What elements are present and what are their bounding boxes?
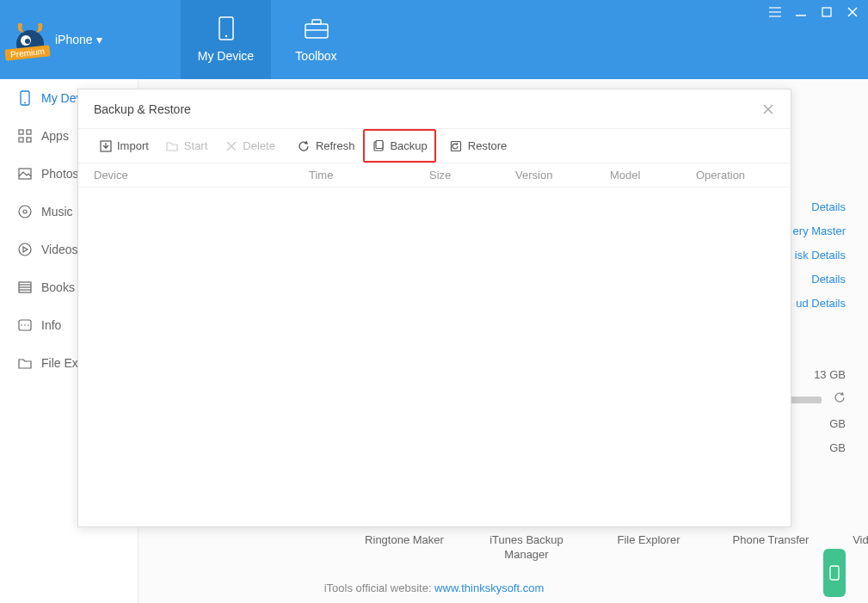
detail-links: Details ery Master isk Details Details u… bbox=[793, 195, 846, 316]
svg-rect-19 bbox=[19, 138, 23, 142]
tool-ringtone-maker[interactable]: Ringtone Maker bbox=[361, 532, 447, 562]
dialog-toolbar: Import Start Delete Refresh Backup Resto… bbox=[78, 129, 791, 163]
footer-text: iTools official website: bbox=[324, 581, 434, 594]
col-model: Model bbox=[610, 169, 696, 182]
svg-point-2 bbox=[25, 39, 30, 44]
footer: iTools official website: www.thinkskysof… bbox=[0, 581, 868, 594]
svg-rect-20 bbox=[27, 138, 31, 142]
backup-button[interactable]: Backup bbox=[363, 129, 435, 163]
tool-itunes-backup-manager[interactable]: iTunes Backup Manager bbox=[483, 532, 569, 562]
svg-rect-12 bbox=[822, 8, 831, 16]
svg-point-31 bbox=[21, 324, 22, 326]
books-icon bbox=[17, 280, 33, 295]
svg-point-4 bbox=[225, 35, 226, 37]
info-icon bbox=[17, 317, 33, 333]
folder-icon bbox=[166, 139, 179, 152]
refresh-label: Refresh bbox=[316, 139, 355, 152]
table-header-row: Device Time Size Version Model Operation bbox=[78, 163, 791, 188]
svg-point-22 bbox=[19, 206, 31, 218]
delete-icon bbox=[225, 139, 237, 152]
device-icon bbox=[17, 90, 33, 106]
dialog-close-icon[interactable] bbox=[761, 102, 775, 116]
refresh-icon bbox=[298, 139, 311, 152]
sidebar-item-label: Videos bbox=[41, 243, 78, 256]
svg-point-24 bbox=[19, 243, 31, 255]
window-controls bbox=[768, 5, 859, 19]
sidebar-item-label: Books bbox=[41, 280, 75, 294]
link-icloud-details[interactable]: ud Details bbox=[793, 292, 846, 316]
backup-restore-dialog: Backup & Restore Import Start Delete Ref… bbox=[77, 89, 791, 527]
footer-link[interactable]: www.thinkskysoft.com bbox=[434, 581, 544, 594]
hamburger-menu-icon[interactable] bbox=[768, 5, 782, 19]
nav-my-device[interactable]: My Device bbox=[181, 0, 271, 79]
link-details[interactable]: Details bbox=[793, 195, 846, 219]
import-label: Import bbox=[117, 139, 149, 152]
app-header: Premium iPhone ▾ My Device Toolbox bbox=[0, 0, 868, 79]
refresh-storage-icon[interactable] bbox=[834, 388, 846, 412]
sidebar-item-label: Apps bbox=[41, 129, 69, 143]
col-operation: Operation bbox=[696, 169, 775, 182]
sidebar-item-label: Info bbox=[41, 318, 61, 332]
tool-phone-transfer[interactable]: Phone Transfer bbox=[728, 532, 814, 562]
nav-label: Toolbox bbox=[295, 49, 336, 63]
music-icon bbox=[17, 204, 33, 219]
tool-video-converter[interactable]: Video Converter bbox=[850, 532, 868, 562]
backup-label: Backup bbox=[390, 139, 427, 152]
svg-rect-18 bbox=[27, 130, 31, 134]
link-disk-details[interactable]: isk Details bbox=[793, 243, 846, 268]
svg-point-33 bbox=[28, 324, 29, 326]
svg-rect-5 bbox=[305, 24, 328, 38]
svg-rect-6 bbox=[312, 20, 321, 24]
device-selector-label: iPhone bbox=[55, 33, 93, 46]
svg-point-16 bbox=[24, 102, 26, 104]
start-label: Start bbox=[184, 139, 207, 152]
device-selector[interactable]: iPhone ▾ bbox=[55, 33, 102, 46]
photos-icon bbox=[17, 166, 33, 182]
sidebar-item-label: Music bbox=[41, 205, 73, 218]
apps-icon bbox=[17, 128, 33, 144]
backup-icon bbox=[372, 139, 385, 152]
close-icon[interactable] bbox=[846, 5, 859, 19]
restore-button[interactable]: Restore bbox=[441, 134, 516, 157]
restore-label: Restore bbox=[468, 139, 508, 152]
import-button[interactable]: Import bbox=[90, 134, 157, 157]
dialog-titlebar: Backup & Restore bbox=[78, 89, 791, 129]
videos-icon bbox=[17, 242, 33, 257]
delete-button: Delete bbox=[216, 134, 284, 157]
toolbox-icon bbox=[301, 16, 332, 40]
nav-label: My Device bbox=[198, 49, 254, 63]
minimize-icon[interactable] bbox=[794, 5, 808, 19]
col-time: Time bbox=[309, 169, 429, 182]
svg-rect-34 bbox=[830, 566, 839, 580]
col-device: Device bbox=[94, 169, 309, 182]
link-battery-master[interactable]: ery Master bbox=[793, 219, 846, 243]
chevron-down-icon: ▾ bbox=[96, 33, 102, 46]
tablet-icon bbox=[211, 16, 242, 40]
col-size: Size bbox=[429, 169, 515, 182]
phone-icon bbox=[828, 565, 840, 581]
col-version: Version bbox=[515, 169, 610, 182]
toolbox-row: Ringtone Maker iTunes Backup Manager Fil… bbox=[361, 532, 868, 562]
dialog-title: Backup & Restore bbox=[94, 102, 191, 116]
import-icon bbox=[99, 139, 112, 152]
refresh-button[interactable]: Refresh bbox=[289, 134, 364, 157]
folder-icon bbox=[17, 355, 33, 371]
svg-marker-25 bbox=[23, 247, 28, 252]
svg-point-23 bbox=[23, 210, 27, 213]
nav-toolbox[interactable]: Toolbox bbox=[271, 0, 361, 79]
sidebar-item-label: Photos bbox=[41, 167, 79, 181]
delete-label: Delete bbox=[243, 139, 275, 152]
svg-rect-41 bbox=[376, 140, 383, 148]
restore-icon bbox=[450, 139, 463, 152]
maximize-icon[interactable] bbox=[820, 5, 834, 19]
tool-file-explorer[interactable]: File Explorer bbox=[606, 532, 692, 562]
link-details-2[interactable]: Details bbox=[793, 268, 846, 292]
logo-area: Premium iPhone ▾ bbox=[0, 0, 181, 79]
start-button: Start bbox=[157, 134, 216, 157]
svg-point-32 bbox=[24, 324, 26, 326]
svg-rect-17 bbox=[19, 130, 23, 134]
